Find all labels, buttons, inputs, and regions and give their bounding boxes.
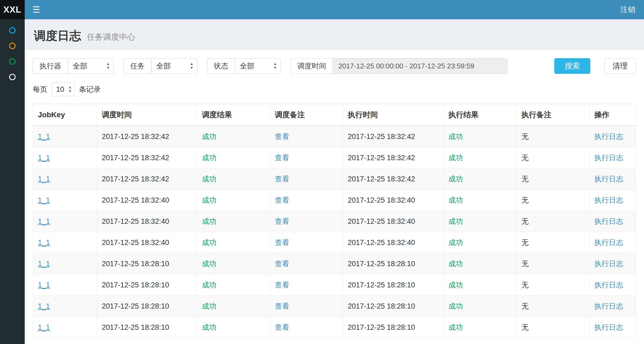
- job-key-link[interactable]: 1_1: [38, 281, 50, 289]
- handle-msg: 无: [521, 281, 529, 289]
- table-row: 1_12017-12-25 18:32:42成功查看2017-12-25 18:…: [33, 126, 636, 147]
- handle-time: 2017-12-25 18:32:42: [348, 133, 415, 141]
- trigger-msg-link[interactable]: 查看: [275, 239, 289, 247]
- table-row: 1_12017-12-25 18:32:40成功查看2017-12-25 18:…: [33, 232, 636, 253]
- job-key-link[interactable]: 1_1: [38, 217, 50, 225]
- executor-select[interactable]: 全部 ▲▼: [68, 58, 114, 74]
- handle-msg: 无: [521, 217, 529, 225]
- select-stepper-icon: ▲▼: [190, 62, 193, 70]
- status-filter-label: 状态: [207, 58, 235, 74]
- schedule-time-filter-label: 调度时间: [291, 58, 333, 74]
- handle-time: 2017-12-25 18:32:40: [348, 239, 415, 247]
- column-header: 调度备注: [270, 104, 343, 126]
- trigger-msg-link[interactable]: 查看: [275, 175, 289, 183]
- exec-log-link[interactable]: 执行日志: [594, 260, 623, 268]
- exec-log-link[interactable]: 执行日志: [594, 302, 623, 310]
- handle-msg: 无: [521, 133, 529, 141]
- handle-result: 成功: [448, 196, 463, 204]
- handle-msg: 无: [521, 175, 529, 183]
- table-row: 1_12017-12-25 18:28:10成功查看2017-12-25 18:…: [33, 275, 636, 296]
- trigger-msg-link[interactable]: 查看: [275, 260, 289, 268]
- job-key-link[interactable]: 1_1: [38, 196, 50, 204]
- column-header: 调度结果: [197, 104, 270, 126]
- handle-msg: 无: [521, 196, 529, 204]
- handle-msg: 无: [521, 323, 529, 331]
- job-key-link[interactable]: 1_1: [38, 133, 50, 141]
- page-size-prefix-label: 每页: [33, 85, 47, 94]
- exec-log-link[interactable]: 执行日志: [594, 154, 623, 162]
- table-row: 1_12017-12-25 18:32:40成功查看2017-12-25 18:…: [33, 190, 636, 211]
- trigger-time: 2017-12-25 18:32:42: [102, 175, 169, 183]
- trigger-time: 2017-12-25 18:28:10: [102, 281, 169, 289]
- trigger-result: 成功: [202, 175, 216, 183]
- exec-log-link[interactable]: 执行日志: [594, 133, 623, 141]
- trigger-result: 成功: [202, 281, 216, 289]
- schedule-time-input[interactable]: 2017-12-25 00:00:00 - 2017-12-25 23:59:5…: [333, 58, 507, 74]
- exec-log-link[interactable]: 执行日志: [594, 175, 623, 183]
- sidebar-item-1[interactable]: [0, 23, 25, 38]
- clear-button[interactable]: 清理: [604, 58, 636, 74]
- handle-result: 成功: [448, 281, 463, 289]
- status-select[interactable]: 全部 ▲▼: [235, 58, 281, 74]
- trigger-result: 成功: [202, 217, 216, 225]
- job-key-link[interactable]: 1_1: [38, 323, 50, 331]
- trigger-result: 成功: [202, 196, 216, 204]
- handle-time: 2017-12-25 18:32:40: [348, 217, 415, 225]
- column-header: 执行时间: [343, 104, 443, 126]
- trigger-msg-link[interactable]: 查看: [275, 154, 289, 162]
- page-size-row: 每页 10 ▲▼ 条记录: [33, 82, 636, 96]
- trigger-result: 成功: [202, 133, 216, 141]
- column-header: 调度时间: [97, 104, 197, 126]
- select-stepper-icon: ▲▼: [68, 85, 72, 93]
- trigger-result: 成功: [202, 260, 216, 268]
- trigger-msg-link[interactable]: 查看: [275, 323, 289, 331]
- handle-msg: 无: [521, 239, 529, 247]
- trigger-msg-link[interactable]: 查看: [275, 302, 289, 310]
- handle-time: 2017-12-25 18:32:40: [348, 196, 415, 204]
- trigger-msg-link[interactable]: 查看: [275, 281, 289, 289]
- handle-result: 成功: [448, 323, 463, 331]
- table-row: 1_12017-12-25 18:28:10成功查看2017-12-25 18:…: [33, 296, 636, 317]
- table-row: 1_12017-12-25 18:32:42成功查看2017-12-25 18:…: [33, 169, 636, 190]
- job-key-link[interactable]: 1_1: [38, 302, 50, 310]
- app-logo: XXL: [0, 0, 25, 19]
- exec-log-link[interactable]: 执行日志: [594, 323, 623, 331]
- handle-msg: 无: [521, 154, 529, 162]
- trigger-msg-link[interactable]: 查看: [275, 196, 289, 204]
- table-body: 1_12017-12-25 18:32:42成功查看2017-12-25 18:…: [33, 126, 636, 338]
- sidebar-toggle-button[interactable]: ☰: [25, 0, 48, 19]
- page-size-select[interactable]: 10 ▲▼: [52, 82, 75, 96]
- exec-log-link[interactable]: 执行日志: [594, 239, 623, 247]
- trigger-result: 成功: [202, 154, 216, 162]
- sidebar-item-4[interactable]: [0, 69, 25, 85]
- circle-icon: [9, 43, 16, 49]
- job-key-link[interactable]: 1_1: [38, 260, 50, 268]
- job-key-link[interactable]: 1_1: [38, 175, 50, 183]
- hamburger-icon: ☰: [32, 5, 40, 15]
- sidebar-item-3[interactable]: [0, 54, 25, 69]
- table-row: 1_12017-12-25 18:32:40成功查看2017-12-25 18:…: [33, 211, 636, 232]
- trigger-msg-link[interactable]: 查看: [275, 133, 289, 141]
- log-table: JobKey调度时间调度结果调度备注执行时间执行结果执行备注操作 1_12017…: [33, 104, 636, 338]
- handle-time: 2017-12-25 18:28:10: [348, 323, 415, 331]
- trigger-time: 2017-12-25 18:32:40: [102, 239, 169, 247]
- select-stepper-icon: ▲▼: [106, 62, 110, 70]
- job-key-link[interactable]: 1_1: [38, 239, 50, 247]
- exec-log-link[interactable]: 执行日志: [594, 217, 623, 225]
- trigger-msg-link[interactable]: 查看: [275, 217, 289, 225]
- sidebar-item-2[interactable]: [0, 38, 25, 54]
- schedule-time-filter-group: 调度时间 2017-12-25 00:00:00 - 2017-12-25 23…: [291, 58, 507, 74]
- executor-filter-group: 执行器 全部 ▲▼: [33, 58, 114, 74]
- handle-result: 成功: [448, 302, 463, 310]
- handle-time: 2017-12-25 18:28:10: [348, 260, 415, 268]
- trigger-time: 2017-12-25 18:32:40: [102, 196, 169, 204]
- table-header-row: JobKey调度时间调度结果调度备注执行时间执行结果执行备注操作: [33, 104, 636, 126]
- exec-log-link[interactable]: 执行日志: [594, 196, 623, 204]
- circle-icon: [9, 74, 16, 80]
- job-key-link[interactable]: 1_1: [38, 154, 50, 162]
- search-button[interactable]: 搜索: [554, 58, 590, 74]
- exec-log-link[interactable]: 执行日志: [594, 281, 623, 289]
- logout-link[interactable]: 注销: [612, 0, 644, 19]
- job-filter-group: 任务 全部 ▲▼: [124, 58, 197, 74]
- job-select[interactable]: 全部 ▲▼: [151, 58, 197, 74]
